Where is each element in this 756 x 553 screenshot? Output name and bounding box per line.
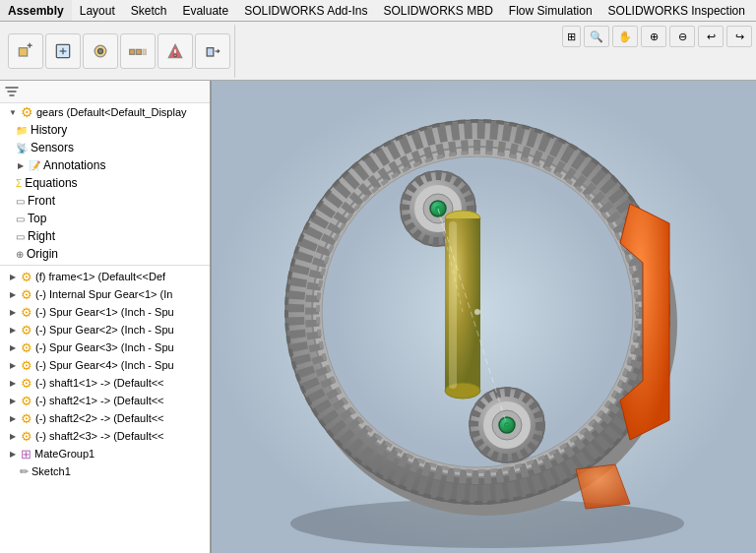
- svg-rect-14: [207, 47, 214, 55]
- zoom-out-btn[interactable]: ⊖: [669, 26, 695, 47]
- internal-spur-icon: ⚙: [21, 287, 32, 302]
- top-right-controls: ⊞ 🔍 ✋ ⊕ ⊖ ↩ ↪: [562, 26, 752, 47]
- shaft2-3-arrow[interactable]: ▶: [8, 431, 18, 441]
- tree-item-origin[interactable]: ⊕ Origin: [0, 245, 210, 263]
- svg-rect-10: [143, 49, 146, 54]
- tree-item-spur4[interactable]: ▶ ⚙ (-) Spur Gear<4> (Inch - Spu: [0, 356, 210, 374]
- tree-item-front[interactable]: ▭ Front: [0, 192, 210, 210]
- right-label: Right: [28, 229, 55, 243]
- viewport-3d[interactable]: [212, 81, 756, 553]
- shaft2-1-label: (-) shaft2<1> -> (Default<<: [35, 395, 164, 406]
- spur3-icon: ⚙: [21, 340, 32, 355]
- shaft1-1-label: (-) shaft1<1> -> (Default<<: [35, 377, 164, 389]
- tab-flow-simulation[interactable]: Flow Simulation: [501, 0, 600, 21]
- annotations-label: Annotations: [43, 158, 105, 172]
- tree-item-mategroup1[interactable]: ▶ ⊞ MateGroup1: [0, 445, 210, 462]
- spur2-label: (-) Spur Gear<2> (Inch - Spu: [35, 324, 174, 336]
- mategroup1-icon: ⊞: [21, 447, 32, 461]
- tree-item-sketch1[interactable]: ✏ Sketch1: [0, 462, 210, 480]
- frame1-arrow[interactable]: ▶: [8, 272, 18, 281]
- tree-item-top[interactable]: ▭ Top: [0, 210, 210, 227]
- shaft1-1-arrow[interactable]: ▶: [8, 378, 18, 388]
- redo-btn[interactable]: ↪: [726, 26, 752, 47]
- insert-components-btn[interactable]: [8, 33, 43, 69]
- annotations-arrow[interactable]: ▶: [16, 160, 26, 170]
- internal-spur-arrow[interactable]: ▶: [8, 289, 18, 299]
- history-label: History: [31, 123, 67, 137]
- spur1-arrow[interactable]: ▶: [8, 307, 18, 317]
- spur1-icon: ⚙: [21, 305, 32, 320]
- equations-label: Equations: [25, 176, 77, 190]
- zoom-in-btn[interactable]: ⊕: [641, 26, 666, 47]
- new-part-btn[interactable]: [45, 33, 81, 69]
- tree-item-spur1[interactable]: ▶ ⚙ (-) Spur Gear<1> (Inch - Spu: [0, 303, 210, 321]
- tree-item-frame1[interactable]: ▶ ⚙ (f) frame<1> (Default<<Def: [0, 268, 210, 285]
- spur3-label: (-) Spur Gear<3> (Inch - Spu: [35, 341, 174, 353]
- view-orientation-btn[interactable]: ⊞: [562, 26, 581, 47]
- mategroup1-arrow[interactable]: ▶: [8, 449, 18, 459]
- tree-item-shaft2-1[interactable]: ▶ ⚙ (-) shaft2<1> -> (Default<<: [0, 392, 210, 409]
- top-label: Top: [28, 212, 46, 225]
- spur2-icon: ⚙: [21, 323, 32, 338]
- toolbar: ⊞ 🔍 ✋ ⊕ ⊖ ↩ ↪: [0, 22, 756, 81]
- root-expand-arrow[interactable]: ▼: [8, 107, 18, 117]
- spur1-label: (-) Spur Gear<1> (Inch - Spu: [35, 306, 174, 318]
- smart-fasteners-btn[interactable]: [158, 33, 193, 69]
- tab-sketch[interactable]: Sketch: [123, 0, 175, 21]
- shaft2-2-icon: ⚙: [21, 411, 32, 426]
- shaft1-1-icon: ⚙: [21, 376, 32, 391]
- tab-layout[interactable]: Layout: [72, 0, 123, 21]
- tab-solidworks-inspection[interactable]: SOLIDWORKS Inspection: [600, 0, 753, 21]
- tree-item-annotations[interactable]: ▶ 📝 Annotations: [0, 156, 210, 174]
- tab-evaluate[interactable]: Evaluate: [174, 0, 236, 21]
- internal-spur-label: (-) Internal Spur Gear<1> (In: [35, 288, 172, 300]
- linear-pattern-btn[interactable]: [120, 33, 156, 69]
- front-label: Front: [28, 194, 55, 208]
- frame1-gear-icon: ⚙: [21, 270, 32, 284]
- tree-item-spur3[interactable]: ▶ ⚙ (-) Spur Gear<3> (Inch - Spu: [0, 338, 210, 356]
- svg-point-44: [474, 309, 480, 315]
- menu-bar: Assembly Layout Sketch Evaluate SOLIDWOR…: [0, 0, 756, 22]
- tree-item-sensors[interactable]: 📡 Sensors: [0, 139, 210, 156]
- undo-btn[interactable]: ↩: [698, 26, 724, 47]
- spur3-arrow[interactable]: ▶: [8, 342, 18, 352]
- assembly-features-btn[interactable]: [83, 33, 118, 69]
- toolbar-group-1: [4, 25, 235, 78]
- tree-item-shaft1-1[interactable]: ▶ ⚙ (-) shaft1<1> -> (Default<<: [0, 374, 210, 392]
- tree-root[interactable]: ▼ ⚙ gears (Default<Default_Display: [0, 103, 210, 121]
- tree-item-spur2[interactable]: ▶ ⚙ (-) Spur Gear<2> (Inch - Spu: [0, 321, 210, 338]
- sensors-label: Sensors: [31, 141, 74, 154]
- tree-item-history[interactable]: 📁 History: [0, 121, 210, 139]
- tree-item-internal-spur[interactable]: ▶ ⚙ (-) Internal Spur Gear<1> (In: [0, 285, 210, 303]
- spur4-icon: ⚙: [21, 358, 32, 373]
- spur4-arrow[interactable]: ▶: [8, 360, 18, 370]
- spur4-label: (-) Spur Gear<4> (Inch - Spu: [35, 359, 174, 371]
- sketch1-label: Sketch1: [32, 465, 71, 477]
- annotations-icon: 📝: [29, 160, 40, 171]
- shaft2-2-arrow[interactable]: ▶: [8, 413, 18, 423]
- right-plane-icon: ▭: [16, 231, 25, 242]
- shaft2-2-label: (-) shaft2<2> -> (Default<<: [35, 412, 164, 424]
- move-component-btn[interactable]: [195, 33, 230, 69]
- shaft2-1-arrow[interactable]: ▶: [8, 396, 18, 405]
- svg-rect-0: [19, 47, 27, 55]
- gear-assembly-svg: [212, 81, 756, 553]
- mategroup1-label: MateGroup1: [34, 448, 94, 460]
- shaft2-3-icon: ⚙: [21, 429, 32, 444]
- svg-rect-9: [136, 49, 141, 54]
- tab-assembly[interactable]: Assembly: [0, 0, 72, 21]
- tree-item-right[interactable]: ▭ Right: [0, 227, 210, 245]
- pan-btn[interactable]: ✋: [612, 26, 638, 47]
- tree-item-shaft2-3[interactable]: ▶ ⚙ (-) shaft2<3> -> (Default<<: [0, 427, 210, 445]
- tab-solidworks-mbd[interactable]: SOLIDWORKS MBD: [376, 0, 501, 21]
- search-btn[interactable]: 🔍: [584, 26, 609, 47]
- svg-point-13: [174, 53, 177, 56]
- tab-solidworks-addins[interactable]: SOLIDWORKS Add-Ins: [236, 0, 375, 21]
- tree-item-shaft2-2[interactable]: ▶ ⚙ (-) shaft2<2> -> (Default<<: [0, 409, 210, 427]
- tree-item-equations[interactable]: Σ Equations: [0, 174, 210, 192]
- origin-label: Origin: [27, 247, 58, 261]
- spur2-arrow[interactable]: ▶: [8, 325, 18, 335]
- root-label: gears (Default<Default_Display: [36, 106, 187, 118]
- filter-icon[interactable]: [4, 84, 20, 99]
- main-content: ▼ ⚙ gears (Default<Default_Display 📁 His…: [0, 81, 756, 553]
